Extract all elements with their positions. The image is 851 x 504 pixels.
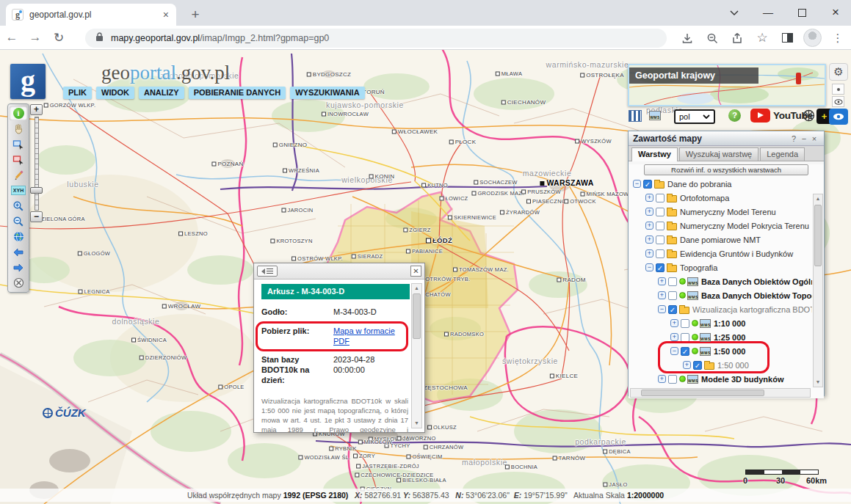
layer-checkbox[interactable] bbox=[656, 235, 664, 244]
panel-help-button[interactable]: ? bbox=[789, 134, 799, 143]
select-rect-red-button[interactable] bbox=[10, 153, 27, 167]
layer-checkbox[interactable] bbox=[668, 305, 677, 314]
layer-label[interactable]: Baza Danych Obiektów Ogólnogeograficznyc… bbox=[701, 277, 812, 286]
layer-expander-icon[interactable]: + bbox=[645, 249, 653, 258]
mini-eye-button[interactable] bbox=[832, 96, 844, 107]
layer-label[interactable]: Ortofotomapa bbox=[680, 194, 729, 202]
layer-label[interactable]: Baza Danych Obiektów Topograficznych bbox=[701, 291, 812, 300]
layer-label[interactable]: 1:50 000 bbox=[714, 347, 745, 356]
panel-close-button[interactable]: × bbox=[809, 134, 819, 143]
layer-checkbox[interactable] bbox=[656, 222, 664, 230]
pan-tool-button[interactable] bbox=[10, 122, 27, 136]
layer-expander-icon[interactable]: − bbox=[658, 305, 666, 313]
legend-grid-icon[interactable] bbox=[629, 110, 642, 122]
scroll-down-icon[interactable]: ▼ bbox=[412, 419, 421, 428]
settings-gear-button[interactable]: ⚙ bbox=[829, 63, 848, 81]
previous-view-button[interactable] bbox=[10, 245, 27, 259]
next-view-button[interactable] bbox=[10, 260, 27, 274]
browser-tab[interactable]: g geoportal.gov.pl × bbox=[6, 4, 176, 26]
layer-checkbox[interactable] bbox=[693, 361, 702, 370]
layer-label[interactable]: Topografia bbox=[680, 263, 717, 272]
window-chevron-icon[interactable] bbox=[726, 4, 742, 21]
zoom-out-lens-icon[interactable] bbox=[703, 29, 721, 47]
layer-checkbox[interactable] bbox=[668, 375, 677, 384]
window-close-icon[interactable]: × bbox=[828, 4, 844, 21]
menu-item-plik[interactable]: PLIK bbox=[63, 87, 92, 99]
layer-label[interactable]: Numeryczny Model Terenu bbox=[680, 208, 776, 216]
wheel-icon[interactable] bbox=[803, 109, 815, 125]
popup-scrollbar[interactable]: ▲ ▼ bbox=[411, 283, 422, 428]
layers-horizontal-scrollbar[interactable] bbox=[630, 388, 811, 398]
layer-checkbox[interactable] bbox=[656, 208, 664, 216]
slider-zoom-in-button[interactable]: + bbox=[30, 104, 43, 115]
scrollbar-thumb[interactable] bbox=[413, 293, 421, 339]
layer-label[interactable]: 1:25 000 bbox=[714, 333, 745, 342]
new-tab-button[interactable]: + bbox=[187, 6, 204, 23]
window-maximize-icon[interactable] bbox=[794, 4, 810, 21]
scroll-up-icon[interactable]: ▲ bbox=[814, 194, 822, 203]
draw-pencil-button[interactable] bbox=[10, 168, 27, 182]
layer-expander-icon[interactable]: − bbox=[645, 263, 653, 271]
mini-dot-button[interactable] bbox=[832, 84, 844, 95]
zoom-in-tool-button[interactable] bbox=[10, 199, 27, 213]
download-icon[interactable] bbox=[678, 29, 696, 47]
layer-expander-icon[interactable]: − bbox=[633, 180, 641, 188]
layer-checkbox[interactable] bbox=[681, 347, 689, 356]
tab-warstwy[interactable]: Warstwy bbox=[631, 147, 678, 161]
clear-selection-button[interactable] bbox=[10, 276, 27, 290]
layer-checkbox[interactable] bbox=[668, 291, 677, 300]
map-viewport[interactable]: zachodniopomorskiewarmińsko-mazurskiekuj… bbox=[0, 50, 851, 504]
layer-checkbox[interactable] bbox=[656, 194, 664, 202]
popup-list-button[interactable] bbox=[257, 266, 278, 277]
profile-avatar[interactable] bbox=[803, 29, 822, 47]
pdf-download-link[interactable]: Mapa w formacie PDF bbox=[333, 326, 395, 346]
reload-icon[interactable]: ↻ bbox=[47, 30, 70, 45]
geoportal-logo[interactable]: g bbox=[10, 64, 46, 99]
layer-expander-icon[interactable]: + bbox=[645, 235, 653, 244]
layer-checkbox[interactable] bbox=[668, 277, 677, 286]
back-icon[interactable]: ← bbox=[0, 30, 23, 45]
layer-expander-icon[interactable]: + bbox=[683, 361, 691, 369]
layer-label[interactable]: Wizualizacja kartograficzna BDOT10k bbox=[692, 305, 812, 314]
layer-label[interactable]: Dane pomiarowe NMT bbox=[680, 235, 761, 244]
layer-label[interactable]: Dane do pobrania bbox=[667, 180, 731, 189]
layer-checkbox[interactable] bbox=[681, 333, 689, 342]
popup-close-icon[interactable]: ✕ bbox=[410, 266, 421, 277]
layer-expander-icon[interactable]: + bbox=[645, 208, 653, 216]
wms-icon[interactable]: WMS bbox=[649, 111, 661, 120]
layer-expander-icon[interactable]: + bbox=[658, 375, 666, 383]
menu-item-analizy[interactable]: ANALIZY bbox=[139, 87, 184, 99]
forward-icon[interactable]: → bbox=[23, 30, 47, 45]
layer-checkbox[interactable] bbox=[656, 263, 664, 272]
scroll-up-icon[interactable]: ▲ bbox=[412, 284, 421, 293]
menu-item-widok[interactable]: WIDOK bbox=[96, 87, 134, 99]
info-tool-button[interactable]: i bbox=[10, 106, 27, 120]
layer-expander-icon[interactable]: + bbox=[645, 194, 653, 202]
layer-checkbox[interactable] bbox=[643, 180, 652, 189]
tab-legenda[interactable]: Legenda bbox=[760, 147, 805, 161]
slider-track[interactable] bbox=[35, 117, 39, 211]
layer-expander-icon[interactable]: + bbox=[670, 319, 678, 327]
layer-checkbox[interactable] bbox=[656, 249, 664, 258]
help-button[interactable]: ? bbox=[728, 109, 741, 122]
side-panel-icon[interactable] bbox=[778, 29, 796, 47]
layer-expander-icon[interactable]: + bbox=[670, 333, 678, 341]
scrollbar-thumb[interactable] bbox=[641, 390, 764, 396]
panel-minimize-button[interactable]: − bbox=[799, 134, 809, 143]
layers-panel-titlebar[interactable]: Zawartość mapy ? − × bbox=[629, 131, 824, 146]
menu-kebab-icon[interactable]: ⋮ bbox=[829, 29, 847, 47]
scrollbar-thumb[interactable] bbox=[814, 205, 822, 266]
share-icon[interactable] bbox=[728, 29, 746, 47]
bookmark-star-icon[interactable]: ☆ bbox=[753, 29, 771, 47]
layer-label[interactable]: Modele 3D budynków bbox=[701, 375, 783, 384]
layer-label[interactable]: 1:50 000 bbox=[717, 361, 749, 370]
xyh-coordinates-button[interactable]: XYH bbox=[10, 183, 27, 197]
layer-label[interactable]: Numeryczny Model Pokrycia Terenu bbox=[680, 222, 809, 230]
tab-close-icon[interactable]: × bbox=[162, 9, 170, 21]
layer-expander-icon[interactable]: − bbox=[670, 347, 678, 355]
layer-label[interactable]: Ewidencja Gruntów i Budynków bbox=[680, 249, 793, 258]
slider-zoom-out-button[interactable]: − bbox=[30, 211, 43, 222]
window-minimize-icon[interactable]: — bbox=[760, 4, 776, 21]
layers-vertical-scrollbar[interactable]: ▲ ▼ bbox=[813, 194, 823, 387]
select-rect-blue-button[interactable] bbox=[10, 137, 27, 151]
